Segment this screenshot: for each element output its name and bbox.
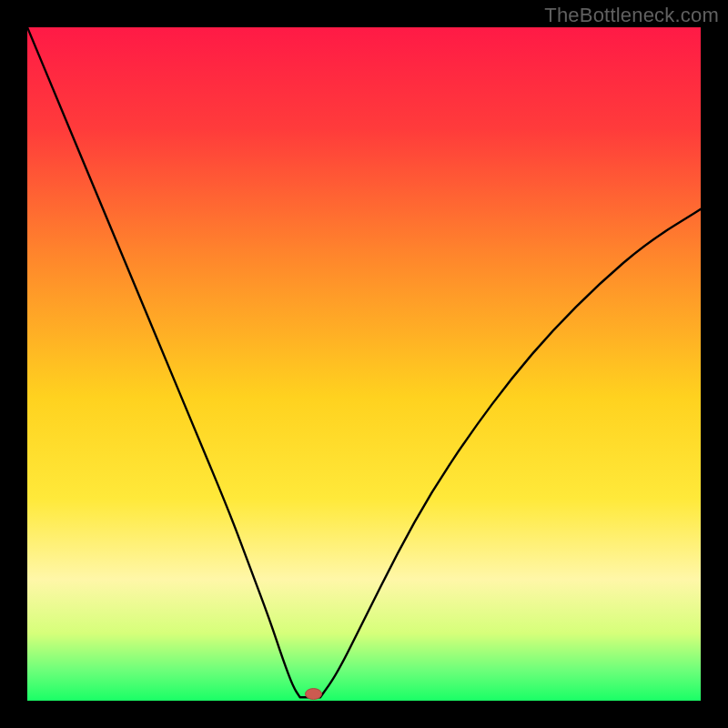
watermark-text: TheBottleneck.com xyxy=(544,4,719,27)
minimum-marker xyxy=(306,689,322,700)
plot-area xyxy=(27,27,701,701)
chart-svg xyxy=(27,27,701,701)
chart-frame: TheBottleneck.com xyxy=(0,0,728,728)
gradient-fill xyxy=(27,27,701,701)
